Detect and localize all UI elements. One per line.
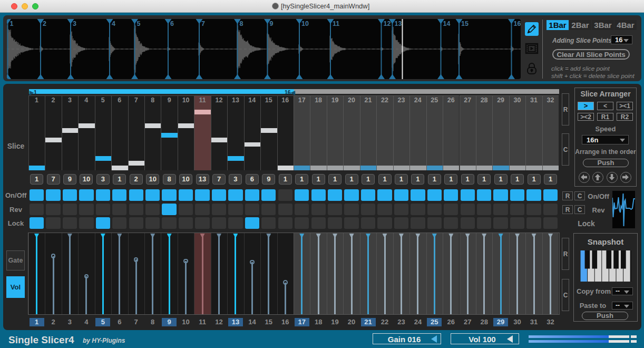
svg-text:9: 9 (270, 20, 274, 27)
svg-text:1: 1 (10, 20, 14, 27)
svg-text:5: 5 (137, 20, 141, 27)
svg-text:3: 3 (73, 20, 76, 27)
svg-text:13: 13 (395, 20, 402, 27)
svg-text:8: 8 (240, 20, 243, 27)
svg-text:11: 11 (333, 20, 339, 27)
svg-text:2: 2 (43, 20, 46, 27)
svg-text:14: 14 (443, 20, 451, 27)
svg-text:6: 6 (170, 20, 174, 27)
svg-text:16: 16 (514, 20, 521, 27)
svg-text:12: 12 (384, 20, 391, 27)
svg-text:10: 10 (301, 20, 309, 27)
svg-text:4: 4 (112, 20, 115, 27)
svg-text:15: 15 (461, 20, 469, 27)
svg-text:7: 7 (201, 20, 205, 27)
